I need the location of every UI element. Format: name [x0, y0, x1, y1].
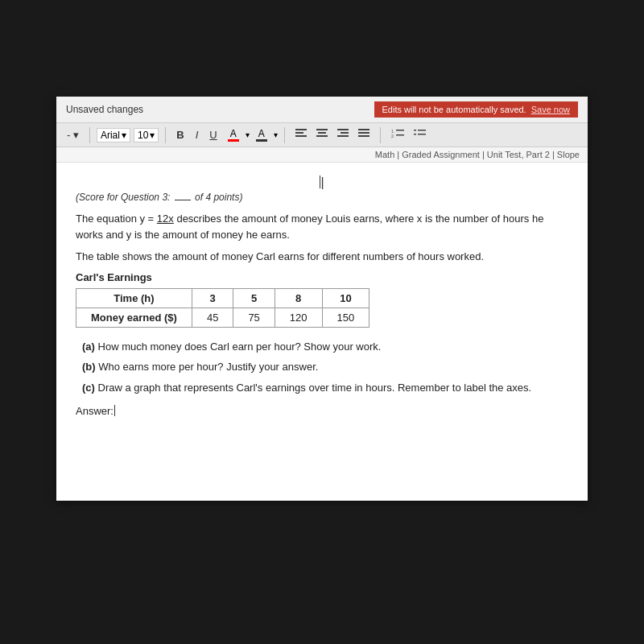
svg-rect-8 [337, 135, 349, 137]
table-header-10: 10 [322, 288, 369, 308]
separator-2 [165, 127, 166, 143]
separator-3 [284, 127, 285, 143]
table-data-45: 45 [192, 308, 233, 327]
highlight-button[interactable]: A [253, 126, 270, 143]
underline-button[interactable]: U [205, 127, 221, 142]
content-area[interactable]: | (Score for Question 3: of 4 points) Th… [56, 163, 588, 501]
font-family-arrow: ▾ [122, 130, 126, 141]
svg-rect-11 [358, 135, 369, 137]
answer-cursor [114, 405, 115, 416]
top-bar: Unsaved changes Edits will not be automa… [56, 97, 588, 122]
table-data-row: Money earned ($) 45 75 120 150 [76, 308, 369, 327]
svg-rect-15 [396, 134, 404, 136]
question-paragraph2: The table shows the amount of money Carl… [76, 249, 568, 265]
font-size-dropdown[interactable]: 10 ▾ [134, 128, 159, 142]
cursor-area: | [76, 175, 568, 188]
table-header-3: 3 [192, 288, 233, 308]
font-size-arrow: ▾ [150, 130, 155, 141]
style-dropdown[interactable]: - ▾ [63, 127, 83, 142]
align-group [291, 127, 374, 142]
table-header-5: 5 [233, 288, 275, 308]
sub-question-c: (c) Draw a graph that represents Carl's … [82, 380, 568, 396]
font-family-dropdown[interactable]: Arial ▾ [97, 128, 130, 142]
separator-1 [89, 127, 90, 143]
svg-rect-4 [318, 132, 326, 134]
text-cursor: | [320, 175, 324, 188]
sub-label-c: (c) [82, 382, 95, 394]
highlight-label: A [258, 128, 265, 139]
highlight-arrow[interactable]: ▾ [274, 130, 278, 139]
align-left-button[interactable] [291, 127, 311, 142]
answer-label: Answer: [76, 405, 114, 417]
svg-rect-1 [295, 132, 303, 134]
table-header-row: Time (h) 3 5 8 10 [76, 288, 369, 308]
save-now-link[interactable]: Save now [531, 105, 570, 114]
table-data-150: 150 [322, 308, 369, 327]
svg-rect-13 [396, 130, 404, 131]
table-header-8: 8 [275, 288, 322, 308]
unsaved-label: Unsaved changes [66, 104, 143, 115]
save-notice: Edits will not be automatically saved. S… [374, 101, 578, 118]
font-color-label: A [230, 128, 237, 139]
sub-text-b: Who earns more per hour? Justify your an… [98, 361, 318, 373]
score-blank [175, 200, 191, 200]
svg-text:2.: 2. [391, 134, 394, 138]
highlight-indicator [256, 139, 267, 142]
svg-rect-5 [316, 135, 328, 137]
svg-rect-6 [337, 129, 349, 130]
answer-line[interactable]: Answer: [76, 405, 568, 417]
font-color-arrow[interactable]: ▾ [246, 130, 250, 139]
font-color-button[interactable]: A [225, 126, 242, 143]
align-justify-button[interactable] [354, 127, 374, 142]
table-title: Carl's Earnings [76, 271, 568, 283]
svg-rect-9 [358, 129, 369, 130]
svg-rect-3 [316, 129, 328, 130]
save-notice-text: Edits will not be automatically saved. [382, 105, 526, 114]
svg-rect-10 [358, 132, 369, 134]
table-header-time: Time (h) [76, 288, 192, 308]
svg-rect-18 [414, 134, 416, 135]
separator-4 [380, 127, 381, 143]
svg-rect-0 [295, 129, 307, 130]
score-line: (Score for Question 3: of 4 points) [76, 192, 568, 203]
earnings-table: Time (h) 3 5 8 10 Money earned ($) 45 75… [76, 288, 369, 328]
svg-rect-2 [295, 135, 307, 137]
align-right-button[interactable] [333, 127, 353, 142]
table-data-75: 75 [233, 308, 275, 327]
align-center-button[interactable] [312, 127, 332, 142]
sub-text-a: How much money does Carl earn per hour? … [98, 341, 382, 353]
breadcrumb: Math | Graded Assignment | Unit Test, Pa… [56, 147, 588, 163]
ordered-list-button[interactable]: 1. 2. [387, 126, 408, 143]
equation-highlight: 12x [157, 213, 174, 225]
sub-question-b: (b) Who earns more per hour? Justify you… [82, 359, 568, 375]
font-size-label: 10 [138, 130, 148, 141]
table-data-120: 120 [275, 308, 322, 327]
sub-question-a: (a) How much money does Carl earn per ho… [82, 339, 568, 355]
list-group: 1. 2. [387, 126, 431, 143]
sub-text-c: Draw a graph that represents Carl's earn… [98, 382, 532, 394]
question-paragraph1: The equation y = 12x describes the amoun… [76, 211, 568, 242]
svg-rect-19 [418, 134, 426, 135]
sub-questions: (a) How much money does Carl earn per ho… [82, 339, 568, 396]
italic-button[interactable]: I [192, 127, 203, 142]
font-family-label: Arial [101, 130, 120, 141]
svg-rect-7 [341, 132, 349, 134]
unordered-list-button[interactable] [410, 126, 431, 143]
svg-rect-16 [414, 130, 416, 131]
table-label-money: Money earned ($) [76, 308, 192, 327]
toolbar: - ▾ Arial ▾ 10 ▾ B I U A ▾ A [56, 122, 588, 147]
font-color-indicator [228, 139, 239, 142]
sub-label-a: (a) [82, 341, 95, 353]
bold-button[interactable]: B [172, 127, 188, 142]
svg-rect-17 [418, 130, 426, 131]
sub-label-b: (b) [82, 361, 96, 373]
